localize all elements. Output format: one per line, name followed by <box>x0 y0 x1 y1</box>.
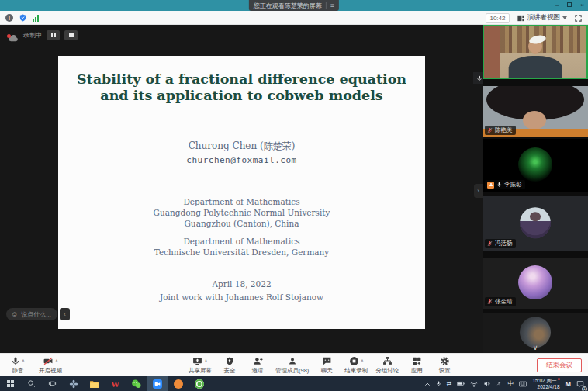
stop-record-button[interactable]: ∧ 结束录制 <box>344 355 368 375</box>
clock-date: 2022/4/18 <box>538 384 560 389</box>
security-button[interactable]: 安全 <box>220 355 240 375</box>
participant-video[interactable]: 张金晴 <box>483 258 588 309</box>
window-controls: – × <box>555 0 584 10</box>
start-video-label: 开启视频 <box>39 367 62 375</box>
apps-button[interactable]: 应用 <box>406 355 427 375</box>
slide-title-line1: Stability of a fractional difference equ… <box>58 71 425 88</box>
volume-icon[interactable] <box>483 380 490 387</box>
stop-recording-button[interactable] <box>64 30 78 40</box>
tray-sync-icon[interactable]: ⇄ <box>447 380 452 387</box>
watching-banner: 您正在观看陈楚荣的屏幕 ≡ <box>249 0 339 11</box>
network-signal-icon[interactable] <box>33 15 39 22</box>
chevron-up-icon[interactable]: ∧ <box>361 358 364 363</box>
sidebar-collapse-handle[interactable]: › <box>474 184 483 198</box>
fullscreen-icon[interactable] <box>574 14 583 22</box>
ime-indicator[interactable]: 中 <box>507 379 514 388</box>
security-label: 安全 <box>224 367 236 375</box>
shared-screen-stage: 录制中 Stability of a fractional difference… <box>0 25 588 353</box>
view-mode-selector[interactable]: 演讲者视图 <box>517 13 568 22</box>
mic-icon <box>11 356 20 366</box>
apps-grid-icon <box>412 356 422 366</box>
avatar <box>520 207 551 238</box>
slide-date: April 18, 2022 <box>58 279 425 289</box>
restore-button[interactable] <box>567 0 572 10</box>
file-explorer-button[interactable] <box>84 376 105 391</box>
recording-indicator: 录制中 <box>8 29 78 41</box>
pause-recording-button[interactable] <box>47 30 60 40</box>
participant-video[interactable]: 陈艳美 <box>483 86 588 137</box>
participant-video[interactable]: ∨ <box>483 313 588 353</box>
breakout-label: 分组讨论 <box>375 367 399 375</box>
cloud-record-icon <box>8 31 19 40</box>
battery-icon[interactable] <box>457 381 465 386</box>
slide-affiliation-1: Department of Mathematics Guangdong Poly… <box>58 196 425 229</box>
minimize-button[interactable]: – <box>555 0 559 10</box>
share-screen-button[interactable]: ∧ 共享屏幕 <box>189 355 212 375</box>
avatar <box>518 147 552 182</box>
emoji-icon[interactable]: ☺ <box>11 310 18 318</box>
slide-affiliation-2: Department of Mathematics Technische Uni… <box>58 236 425 258</box>
recording-red-dot <box>7 34 11 38</box>
task-view-button[interactable] <box>42 376 63 391</box>
tray-expand-icon[interactable] <box>424 382 431 386</box>
participant-video[interactable]: 冯活肠 <box>483 196 588 251</box>
end-meeting-button[interactable]: 结束会议 <box>537 358 582 372</box>
taskbar-app-orange[interactable] <box>168 376 189 391</box>
settings-button[interactable]: 设置 <box>434 355 455 375</box>
affil2-line2: Technische Universität Dresden, Germany <box>58 247 425 258</box>
participant-name-tag: 张金晴 <box>485 297 516 306</box>
tray-plug-icon[interactable] <box>496 380 502 387</box>
manage-members-button[interactable]: 管理成员(98) <box>275 355 309 375</box>
close-button[interactable]: × <box>580 0 584 10</box>
participant-name-tag: 陈艳美 <box>485 126 516 135</box>
windows-taskbar: W ⇄ 中 15:02 周一 2022/4/18 M 1 <box>0 376 588 391</box>
mic-muted-icon <box>487 299 493 305</box>
participant-name: 陈艳美 <box>495 126 513 134</box>
chevron-up-icon[interactable]: ∧ <box>55 358 58 363</box>
meeting-info-icon[interactable]: ! <box>5 14 13 22</box>
manage-members-label: 管理成员(98) <box>275 367 309 375</box>
slide-title-line2: and its application to cobweb models <box>58 88 425 104</box>
taskbar-app-pinwheel[interactable] <box>63 376 84 391</box>
presentation-slide: Stability of a fractional difference equ… <box>58 56 425 329</box>
tencent-meeting-button[interactable] <box>147 376 168 391</box>
participants-sidebar: 陈艳美 李振彰 冯活肠 <box>483 25 588 353</box>
invite-label: 邀请 <box>252 367 264 375</box>
start-video-button[interactable]: ∧ 开启视频 <box>39 355 62 375</box>
slide-author: Churong Chen (陈楚荣) <box>58 140 425 153</box>
wps-icon: W <box>111 379 119 389</box>
chat-button[interactable]: 聊天 <box>316 355 337 375</box>
touch-keyboard-icon[interactable] <box>519 381 527 387</box>
chevron-up-icon[interactable]: ∧ <box>22 358 25 363</box>
taskbar-clock[interactable]: 15:02 周一 2022/4/18 <box>532 378 559 390</box>
security-shield-icon[interactable] <box>19 13 27 22</box>
wifi-icon[interactable] <box>470 381 478 387</box>
statusbar-left: ! <box>5 11 39 25</box>
taskbar-app-green[interactable] <box>189 376 209 391</box>
participant-video-active-speaker[interactable] <box>483 25 588 79</box>
wechat-button[interactable] <box>126 376 147 391</box>
tray-mic-icon[interactable] <box>436 380 441 387</box>
scroll-more-chevron-icon[interactable]: ∨ <box>533 344 538 351</box>
taskbar-search-button[interactable] <box>21 376 42 391</box>
settings-label: 设置 <box>439 367 451 375</box>
chat-input[interactable]: ☺ 说点什么... <box>6 308 57 320</box>
chat-collapse-button[interactable]: ‹ <box>60 308 70 320</box>
mic-muted-icon <box>487 240 493 247</box>
notification-badge: 1 <box>582 386 587 391</box>
wps-office-button[interactable]: W <box>105 376 126 391</box>
member-badge-icon <box>487 182 494 189</box>
tray-m-app-icon[interactable]: M <box>566 380 572 388</box>
breakout-rooms-button[interactable]: 分组讨论 <box>375 355 399 375</box>
action-center-button[interactable]: 1 <box>576 377 584 391</box>
participant-video[interactable]: 李振彰 <box>483 139 588 192</box>
slide-joint-work: Joint work with Johannes Rolf Stojanow <box>58 292 425 302</box>
mute-label: 静音 <box>12 367 24 375</box>
chevron-up-icon[interactable]: ∧ <box>204 358 207 363</box>
meeting-duration: 10:42 <box>486 13 509 23</box>
banner-menu-icon[interactable]: ≡ <box>330 2 334 9</box>
mute-button[interactable]: ∧ 静音 <box>8 355 28 375</box>
start-button[interactable] <box>0 376 21 391</box>
participant-name-tag: 李振彰 <box>485 180 525 189</box>
invite-button[interactable]: 邀请 <box>247 355 268 375</box>
